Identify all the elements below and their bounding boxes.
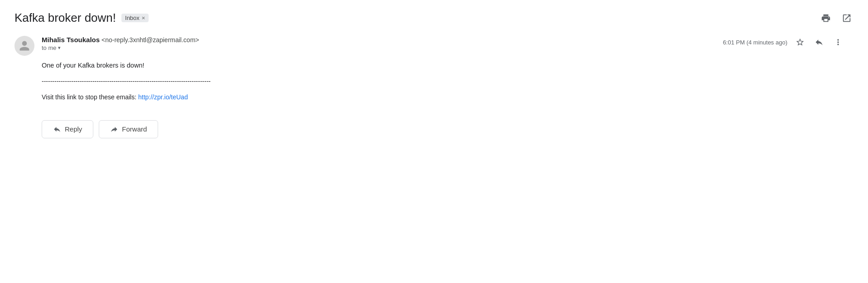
unsubscribe-prefix: Visit this link to stop these emails: — [42, 93, 138, 101]
sender-name-line: Mihalis Tsoukalos <no-reply.3xnhtl@zapie… — [42, 36, 199, 44]
forward-button-icon — [110, 125, 118, 133]
forward-button[interactable]: Forward — [99, 120, 158, 138]
body-line1: One of your Kafka brokers is down! — [42, 60, 844, 71]
subject-area: Kafka broker down! Inbox × — [14, 11, 149, 25]
meta-right: 6:01 PM (4 minutes ago) — [723, 36, 844, 49]
email-divider: ----------------------------------------… — [42, 76, 844, 86]
person-icon — [19, 40, 30, 52]
inbox-tag: Inbox × — [121, 14, 149, 22]
chevron-down-icon: ▾ — [58, 45, 61, 51]
to-me[interactable]: to me ▾ — [42, 44, 199, 51]
message-row: Mihalis Tsoukalos <no-reply.3xnhtl@zapie… — [14, 36, 854, 138]
reply-icon-button[interactable] — [813, 36, 825, 49]
star-icon — [796, 38, 805, 47]
reply-button-icon — [53, 125, 61, 133]
unsubscribe-link[interactable]: http://zpr.io/teUad — [138, 93, 188, 101]
open-external-button[interactable] — [840, 11, 854, 25]
unsubscribe-line: Visit this link to stop these emails: ht… — [42, 92, 844, 102]
reply-icon — [815, 38, 824, 47]
inbox-tag-close[interactable]: × — [142, 15, 145, 21]
avatar — [14, 36, 34, 56]
more-vert-icon — [834, 38, 843, 47]
star-button[interactable] — [794, 36, 806, 49]
more-options-button[interactable] — [832, 36, 844, 49]
open-external-icon — [842, 13, 852, 23]
action-buttons: Reply Forward — [42, 120, 844, 138]
forward-label: Forward — [122, 125, 147, 133]
email-body: One of your Kafka brokers is down! -----… — [42, 60, 844, 102]
print-icon — [821, 13, 831, 23]
message-meta: Mihalis Tsoukalos <no-reply.3xnhtl@zapie… — [42, 36, 844, 51]
sender-email: <no-reply.3xnhtl@zapiermail.com> — [101, 36, 199, 44]
email-header: Kafka broker down! Inbox × — [14, 11, 854, 25]
header-icons — [819, 11, 854, 25]
timestamp: 6:01 PM (4 minutes ago) — [723, 39, 787, 46]
message-content: Mihalis Tsoukalos <no-reply.3xnhtl@zapie… — [42, 36, 844, 138]
email-subject: Kafka broker down! — [14, 11, 116, 25]
reply-label: Reply — [65, 125, 82, 133]
reply-button[interactable]: Reply — [42, 120, 93, 138]
sender-name: Mihalis Tsoukalos — [42, 36, 100, 44]
email-container: Kafka broker down! Inbox × — [0, 0, 868, 149]
sender-info: Mihalis Tsoukalos <no-reply.3xnhtl@zapie… — [42, 36, 199, 51]
inbox-label: Inbox — [125, 15, 140, 21]
print-button[interactable] — [819, 11, 833, 25]
